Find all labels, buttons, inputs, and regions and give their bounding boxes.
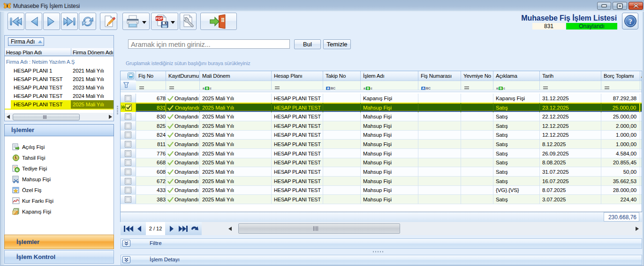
svg-text:₺: ₺ [14,155,17,160]
svg-text:PDF: PDF [156,16,163,21]
svg-text:₺: ₺ [15,168,18,172]
svg-text:?: ? [629,18,632,25]
